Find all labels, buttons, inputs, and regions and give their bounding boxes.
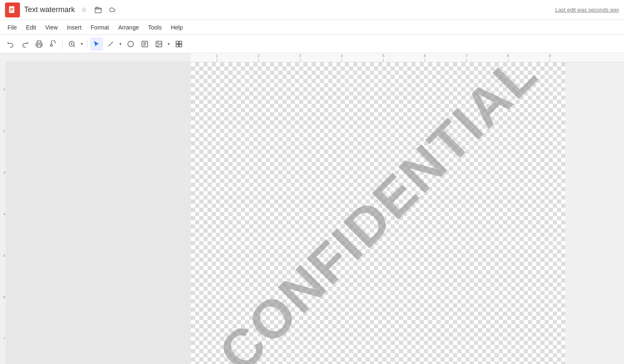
app-icon: [5, 2, 20, 17]
plus-button[interactable]: [172, 37, 186, 51]
menu-help[interactable]: Help: [167, 22, 187, 32]
print-button[interactable]: [32, 37, 46, 51]
title-actions: ☆: [78, 4, 118, 16]
move-to-folder-button[interactable]: [92, 4, 104, 16]
zoom-arrow[interactable]: ▾: [79, 37, 84, 51]
svg-rect-22: [179, 44, 182, 47]
horizontal-ruler: 123456789: [7, 53, 624, 62]
last-edit-status[interactable]: Last edit was seconds ago: [555, 7, 619, 13]
svg-rect-19: [176, 41, 178, 44]
menu-arrange[interactable]: Arrange: [114, 22, 143, 32]
menu-tools[interactable]: Tools: [144, 22, 166, 32]
canvas-area[interactable]: CONFIDENTIAL: [7, 62, 624, 364]
shape-circle-button[interactable]: [124, 37, 137, 51]
drawing-canvas[interactable]: CONFIDENTIAL: [191, 62, 565, 364]
line-tool[interactable]: ▾: [104, 37, 123, 51]
left-margin: [7, 62, 191, 364]
undo-button[interactable]: [4, 37, 17, 51]
menu-format[interactable]: Format: [87, 22, 113, 32]
star-button[interactable]: ☆: [78, 4, 90, 16]
separator-1: [62, 39, 63, 49]
menu-file[interactable]: File: [3, 22, 21, 32]
line-button[interactable]: [104, 37, 117, 51]
svg-rect-20: [179, 41, 182, 44]
zoom-control[interactable]: ▾: [65, 37, 84, 51]
image-tool[interactable]: ▾: [152, 37, 171, 51]
vertical-ruler: 1234567: [0, 62, 7, 364]
title-bar: Text watermark ☆ Last edit was seconds a…: [0, 0, 624, 20]
main-area: 1234567 CONFIDENTIAL: [0, 62, 624, 364]
image-button[interactable]: [152, 37, 166, 51]
line-arrow[interactable]: ▾: [117, 37, 123, 51]
svg-point-12: [128, 41, 134, 47]
text-box-button[interactable]: [138, 37, 151, 51]
zoom-button[interactable]: [65, 37, 79, 51]
cloud-save-button[interactable]: [106, 4, 118, 16]
menu-bar: File Edit View Insert Format Arrange Too…: [0, 20, 624, 35]
cursor-tool-button[interactable]: [90, 37, 103, 51]
watermark-container[interactable]: CONFIDENTIAL: [191, 62, 565, 364]
redo-button[interactable]: [18, 37, 32, 51]
svg-line-8: [73, 45, 74, 47]
document-title: Text watermark: [24, 5, 75, 14]
svg-point-18: [157, 42, 158, 43]
paint-format-button[interactable]: [47, 37, 60, 51]
svg-rect-6: [37, 44, 41, 47]
svg-line-11: [109, 42, 113, 46]
svg-rect-21: [176, 44, 178, 47]
separator-2: [87, 39, 87, 49]
menu-insert[interactable]: Insert: [63, 22, 86, 32]
menu-edit[interactable]: Edit: [22, 22, 40, 32]
image-arrow[interactable]: ▾: [166, 37, 171, 51]
menu-view[interactable]: View: [41, 22, 62, 32]
ruler-left-space: [7, 53, 191, 62]
watermark-text[interactable]: CONFIDENTIAL: [207, 62, 550, 364]
toolbar: ▾ ▾: [0, 35, 624, 53]
ruler-content: 123456789: [191, 53, 624, 62]
